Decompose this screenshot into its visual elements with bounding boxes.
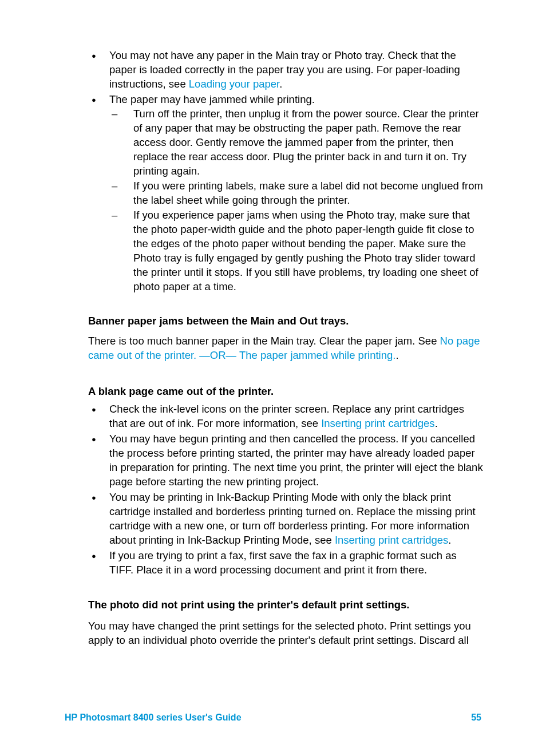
bullet-item: You may not have any paper in the Main t… — [88, 49, 483, 92]
bullet-item: Check the ink-level icons on the printer… — [88, 402, 483, 431]
body-text: . — [448, 534, 451, 546]
body-text: . — [279, 78, 282, 90]
dash-item: If you experience paper jams when using … — [109, 208, 483, 294]
page-content: You may not have any paper in the Main t… — [0, 0, 546, 648]
blank-page-list: Check the ink-level icons on the printer… — [88, 402, 483, 577]
page-footer: HP Photosmart 8400 series User's Guide 5… — [0, 711, 546, 724]
heading-blank-page: A blank page came out of the printer. — [88, 385, 483, 399]
dash-item: Turn off the printer, then unplug it fro… — [109, 107, 483, 179]
body-text: If you experience paper jams when using … — [133, 209, 478, 292]
dash-item: If you were printing labels, make sure a… — [109, 179, 483, 208]
body-text: You may have begun printing and then can… — [109, 433, 483, 488]
bullet-item: If you are trying to print a fax, first … — [88, 549, 483, 577]
body-text: Turn off the printer, then unplug it fro… — [133, 108, 479, 177]
heading-default-settings: The photo did not print using the printe… — [88, 598, 483, 612]
top-bullet-list: You may not have any paper in the Main t… — [88, 49, 483, 294]
body-text: . — [435, 417, 438, 429]
link-inserting-cartridges-1[interactable]: Inserting print cartridges — [321, 417, 434, 429]
link-inserting-cartridges-2[interactable]: Inserting print cartridges — [335, 534, 448, 546]
body-text: There is too much banner paper in the Ma… — [88, 335, 440, 347]
sub-dash-list: Turn off the printer, then unplug it fro… — [109, 107, 483, 294]
footer-page-number: 55 — [471, 711, 481, 724]
body-text: The paper may have jammed while printing… — [109, 93, 315, 105]
bullet-item: The paper may have jammed while printing… — [88, 93, 483, 294]
bullet-item: You may be printing in Ink-Backup Printi… — [88, 490, 483, 548]
bullet-item: You may have begun printing and then can… — [88, 432, 483, 489]
link-loading-paper[interactable]: Loading your paper — [189, 78, 279, 90]
paragraph: You may have changed the print settings … — [88, 619, 483, 648]
body-text: If you were printing labels, make sure a… — [133, 180, 483, 206]
body-text: You may have changed the print settings … — [88, 620, 471, 646]
body-text: If you are trying to print a fax, first … — [109, 549, 457, 576]
footer-doc-title: HP Photosmart 8400 series User's Guide — [65, 711, 242, 724]
body-text: You may not have any paper in the Main t… — [109, 49, 460, 90]
paragraph: There is too much banner paper in the Ma… — [88, 334, 483, 363]
heading-banner-jams: Banner paper jams between the Main and O… — [88, 314, 483, 328]
body-text: . — [395, 349, 398, 361]
